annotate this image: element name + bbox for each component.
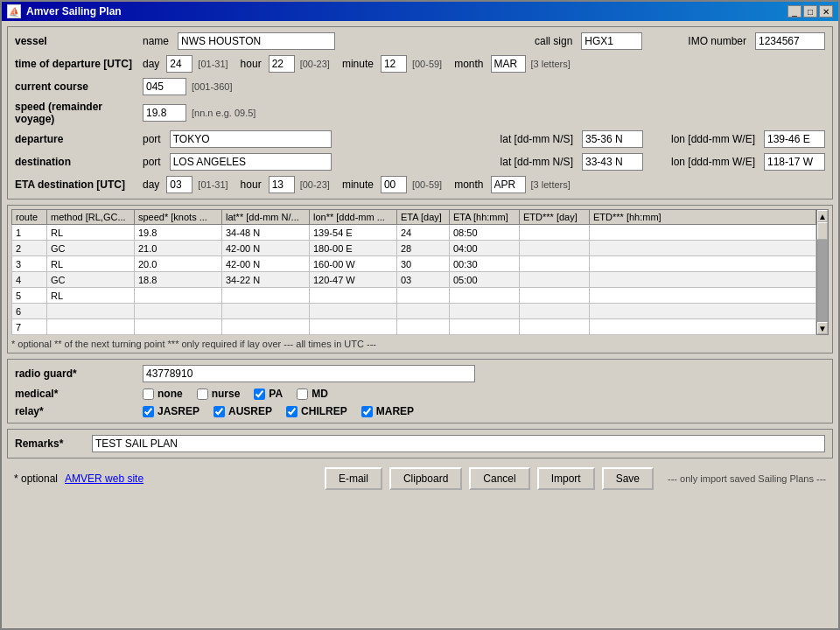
table-row: 1RL19.834-48 N139-54 E2408:50 xyxy=(12,225,816,241)
medical-label: medical* xyxy=(15,388,137,400)
remarks-section: Remarks* xyxy=(7,429,833,458)
medical-options: nonenursePAMD xyxy=(143,388,328,400)
scroll-up-btn[interactable]: ▲ xyxy=(817,210,828,222)
medical-checkbox-none[interactable] xyxy=(143,388,154,400)
departure-hour-input[interactable] xyxy=(269,55,295,73)
col-etd-day: ETD*** [day] xyxy=(520,210,590,225)
relay-checkbox-ausrep[interactable] xyxy=(214,406,225,417)
table-row: 7 xyxy=(12,319,816,335)
destination-label: destination xyxy=(15,156,137,168)
destination-port-row: destination port lat [dd-mm N/S] lon [dd… xyxy=(15,153,825,171)
hour-hint: [00-23] xyxy=(300,59,330,69)
radio-guard-input[interactable] xyxy=(143,365,475,382)
scroll-track[interactable] xyxy=(817,222,828,322)
scroll-thumb[interactable] xyxy=(817,222,828,240)
route-table: route method [RL,GC... speed* [knots ...… xyxy=(11,209,816,335)
col-lat: lat** [dd-mm N/... xyxy=(222,210,310,225)
medical-checkbox-nurse[interactable] xyxy=(197,388,208,400)
col-etd-hhmm: ETD*** [hh:mm] xyxy=(590,210,816,225)
departure-label: departure xyxy=(15,133,137,145)
medical-option-label-nurse: nurse xyxy=(212,388,241,400)
medical-option-md: MD xyxy=(297,388,328,400)
destination-lat-input[interactable] xyxy=(582,153,643,171)
speed-hint: [nn.n e.g. 09.5] xyxy=(192,108,256,118)
medical-option-label-pa: PA xyxy=(269,388,283,400)
minimize-button[interactable]: _ xyxy=(788,5,802,18)
remarks-label: Remarks* xyxy=(15,438,85,450)
departure-minute-input[interactable] xyxy=(381,55,407,73)
month-hint: [3 letters] xyxy=(531,59,570,69)
departure-port-row: departure port lat [dd-mm N/S] lon [ddd-… xyxy=(15,130,825,148)
eta-month-input[interactable] xyxy=(491,176,526,193)
course-hint: [001-360] xyxy=(192,81,232,92)
remarks-input[interactable] xyxy=(92,435,825,452)
day-hint: [01-31] xyxy=(198,59,228,69)
amver-link[interactable]: AMVER web site xyxy=(65,472,144,485)
speed-input[interactable] xyxy=(143,104,186,122)
imo-input[interactable] xyxy=(755,32,825,50)
eta-hour-input[interactable] xyxy=(269,176,295,193)
eta-month-hint: [3 letters] xyxy=(531,179,570,190)
medical-option-pa: PA xyxy=(254,388,283,400)
departure-lon-input[interactable] xyxy=(764,130,825,148)
destination-lon-input[interactable] xyxy=(764,153,825,171)
table-row: 5RL xyxy=(12,288,816,304)
departure-lat-input[interactable] xyxy=(582,130,643,148)
relay-checkbox-chilrep[interactable] xyxy=(286,406,298,417)
relay-option-label-jasrep: JASREP xyxy=(158,405,200,417)
email-button[interactable]: E-mail xyxy=(325,467,382,490)
relay-checkbox-marep[interactable] xyxy=(361,406,373,417)
destination-port-input[interactable] xyxy=(170,153,332,171)
medical-checkbox-md[interactable] xyxy=(297,388,308,400)
col-eta-day: ETA [day] xyxy=(397,210,450,225)
import-button[interactable]: Import xyxy=(537,467,595,490)
cancel-button[interactable]: Cancel xyxy=(469,467,529,490)
eta-row: ETA destination [UTC] day [01-31] hour [… xyxy=(15,176,825,193)
col-method: method [RL,GC... xyxy=(47,210,135,225)
medical-option-none: none xyxy=(143,388,183,400)
window-controls: _ □ ✕ xyxy=(788,5,833,18)
route-section: route method [RL,GC... speed* [knots ...… xyxy=(7,205,833,354)
medical-checkbox-pa[interactable] xyxy=(254,388,265,400)
current-course-input[interactable] xyxy=(143,78,186,95)
save-button[interactable]: Save xyxy=(602,467,654,490)
relay-checkbox-jasrep[interactable] xyxy=(143,406,154,417)
relay-option-label-chilrep: CHILREP xyxy=(301,405,347,417)
departure-day-input[interactable] xyxy=(166,55,192,73)
eta-minute-input[interactable] xyxy=(381,176,407,193)
relay-row: relay* JASREPAUSREPCHILREPMAREP xyxy=(15,405,825,417)
dest-port-label: port xyxy=(143,156,161,168)
maximize-button[interactable]: □ xyxy=(803,5,817,18)
col-route: route xyxy=(12,210,47,225)
day-label: day xyxy=(143,58,159,70)
scroll-down-btn[interactable]: ▼ xyxy=(817,322,828,334)
medical-option-label-none: none xyxy=(158,388,183,400)
departure-month-input[interactable] xyxy=(491,55,526,73)
medical-option-nurse: nurse xyxy=(197,388,241,400)
app-icon: ⛵ xyxy=(7,4,21,18)
scrollbar[interactable]: ▲ ▼ xyxy=(816,209,829,335)
main-content: vessel name call sign IMO number time of… xyxy=(2,21,838,628)
close-button[interactable]: ✕ xyxy=(819,5,833,18)
call-sign-input[interactable] xyxy=(581,32,642,50)
eta-month-label: month xyxy=(454,178,483,191)
eta-hour-label: hour xyxy=(241,178,262,191)
eta-label: ETA destination [UTC] xyxy=(15,178,137,191)
route-table-container: route method [RL,GC... speed* [knots ...… xyxy=(11,209,816,335)
imo-label: IMO number xyxy=(688,35,746,47)
bottom-bar: * optional AMVER web site E-mail Clipboa… xyxy=(7,464,833,494)
optional-note: * optional xyxy=(14,472,58,485)
dep-lat-label: lat [dd-mm N/S] xyxy=(500,133,573,145)
name-label: name xyxy=(143,35,169,47)
table-note: * optional ** of the next turning point … xyxy=(11,339,829,349)
vessel-name-input[interactable] xyxy=(178,32,335,50)
table-row: 6 xyxy=(12,304,816,319)
clipboard-button[interactable]: Clipboard xyxy=(389,467,462,490)
eta-day-label: day xyxy=(143,178,159,191)
departure-time-label: time of departure [UTC] xyxy=(15,58,137,70)
relay-option-jasrep: JASREP xyxy=(143,405,200,417)
eta-day-input[interactable] xyxy=(166,176,192,193)
relay-option-label-ausrep: AUSREP xyxy=(228,405,272,417)
departure-port-input[interactable] xyxy=(170,130,332,148)
route-table-wrap: route method [RL,GC... speed* [knots ...… xyxy=(11,209,829,335)
